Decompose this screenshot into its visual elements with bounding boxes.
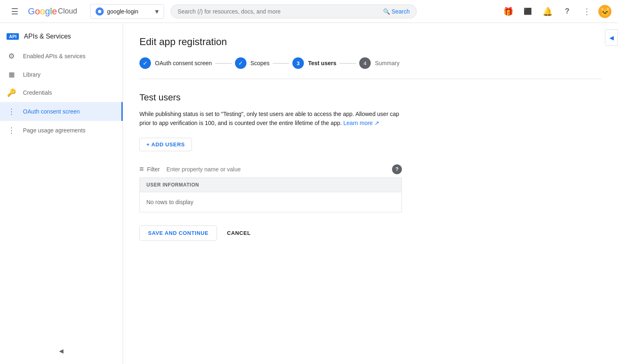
- step-4-circle: 4: [359, 57, 371, 69]
- step-scopes: ✓ Scopes: [235, 57, 270, 69]
- table-empty-message: No rows to display: [140, 192, 401, 212]
- project-selector[interactable]: google-login ▾: [90, 4, 164, 19]
- cloud-text: Cloud: [58, 7, 77, 16]
- stepper: ✓ OAuth consent screen ✓ Scopes 3 Test u…: [139, 57, 602, 79]
- filter-help-button[interactable]: ?: [392, 164, 402, 174]
- section-description: While publishing status is set to "Testi…: [139, 109, 402, 128]
- sidebar-item-page-usage[interactable]: ⋮ Page usage agreements: [0, 121, 123, 140]
- step-4-label: Summary: [375, 60, 399, 66]
- key-icon: 🔑: [7, 88, 16, 97]
- sidebar-item-credentials[interactable]: 🔑 Credentials: [0, 83, 123, 102]
- help-icon: ?: [565, 7, 570, 16]
- filter-input[interactable]: [166, 166, 389, 173]
- sidebar-item-label: Page usage agreements: [23, 127, 86, 134]
- topnav-actions: 🎁 ⬛ 🔔 ? ⋮ 🐱: [500, 3, 611, 20]
- page-title: Edit app registration: [139, 36, 602, 48]
- cancel-button[interactable]: CANCEL: [220, 226, 257, 240]
- add-users-button[interactable]: + ADD USERS: [139, 138, 192, 151]
- step-2-circle: ✓: [235, 57, 246, 69]
- top-navigation: ☰ Google Cloud google-login ▾ 🔍 Search 🎁…: [0, 0, 618, 23]
- terminal-icon: ⬛: [524, 7, 532, 15]
- notifications-button[interactable]: 🔔: [539, 3, 556, 20]
- step-2-label: Scopes: [251, 60, 270, 66]
- section-title: Test users: [139, 92, 602, 103]
- library-icon: ▦: [7, 71, 16, 78]
- step-oauth-consent: ✓ OAuth consent screen: [139, 57, 212, 69]
- checkmark-icon-2: ✓: [238, 60, 243, 66]
- step-3-label: Test users: [308, 60, 336, 66]
- search-input[interactable]: [178, 8, 383, 15]
- step-test-users: 3 Test users: [292, 57, 336, 69]
- help-button[interactable]: ?: [559, 3, 575, 20]
- avatar[interactable]: 🐱: [598, 5, 611, 18]
- filter-bar: ≡ Filter ?: [139, 161, 402, 178]
- menu-button[interactable]: ☰: [7, 3, 23, 20]
- avatar-image: 🐱: [600, 7, 610, 16]
- hamburger-icon: ☰: [11, 7, 18, 16]
- sidebar-item-label: OAuth consent screen: [23, 108, 80, 115]
- project-name: google-login: [107, 8, 155, 15]
- chevron-down-icon: ▾: [155, 7, 159, 16]
- oauth-icon: ⋮: [7, 107, 16, 116]
- gift-button[interactable]: 🎁: [500, 3, 516, 20]
- main-layout: API APIs & Services ⚙ Enabled APIs & ser…: [0, 23, 618, 364]
- step-connector-3: [340, 63, 356, 64]
- step-4-number: 4: [364, 60, 367, 66]
- collapse-right-panel-button[interactable]: ◀: [605, 30, 618, 46]
- step-1-label: OAuth consent screen: [155, 60, 212, 66]
- api-badge: API: [7, 33, 19, 40]
- main-content: Edit app registration ✓ OAuth consent sc…: [123, 23, 618, 364]
- sidebar-item-label: Library: [23, 71, 41, 78]
- sidebar-item-label: Credentials: [23, 89, 52, 96]
- gift-icon: 🎁: [503, 7, 513, 16]
- google-cloud-logo: Google Cloud: [28, 6, 87, 17]
- step-connector-1: [215, 63, 232, 64]
- settings-icon: ⚙: [7, 52, 16, 61]
- more-options-button[interactable]: ⋮: [579, 3, 595, 20]
- step-3-number: 3: [297, 60, 300, 66]
- step-connector-2: [273, 63, 289, 64]
- filter-label: Filter: [147, 166, 160, 173]
- chevron-left-icon: ◀: [59, 348, 64, 354]
- search-bar: 🔍 Search: [171, 5, 417, 18]
- search-button[interactable]: 🔍 Search: [383, 8, 410, 15]
- search-icon: 🔍: [383, 8, 390, 15]
- page-icon: ⋮: [7, 126, 16, 135]
- sidebar-header: API APIs & Services: [0, 30, 123, 43]
- sidebar-title: APIs & Services: [24, 33, 71, 40]
- more-icon: ⋮: [583, 7, 591, 16]
- step-3-circle: 3: [292, 57, 304, 69]
- sidebar-item-label: Enabled APIs & services: [23, 53, 86, 59]
- learn-more-link[interactable]: Learn more ↗: [343, 120, 379, 126]
- action-buttons: SAVE AND CONTINUE CANCEL: [139, 225, 602, 241]
- table-column-header: User information: [140, 178, 401, 192]
- project-icon: [96, 7, 104, 16]
- help-circle-icon: ?: [395, 166, 399, 172]
- filter-icon: ≡: [139, 165, 144, 173]
- collapse-sidebar-button[interactable]: ◀: [0, 344, 123, 357]
- sidebar-bottom: ◀: [0, 344, 123, 357]
- step-1-circle: ✓: [139, 57, 151, 69]
- chevron-left-icon-right: ◀: [609, 34, 614, 41]
- bell-icon: 🔔: [543, 7, 553, 16]
- save-and-continue-button[interactable]: SAVE AND CONTINUE: [139, 225, 217, 241]
- sidebar-item-enabled-apis[interactable]: ⚙ Enabled APIs & services: [0, 47, 123, 66]
- logo-text: Google: [28, 6, 57, 17]
- data-table: User information No rows to display: [139, 178, 402, 212]
- terminal-button[interactable]: ⬛: [520, 3, 536, 20]
- step-summary: 4 Summary: [359, 57, 399, 69]
- sidebar: API APIs & Services ⚙ Enabled APIs & ser…: [0, 23, 123, 364]
- sidebar-item-oauth-consent[interactable]: ⋮ OAuth consent screen: [0, 102, 123, 121]
- checkmark-icon: ✓: [143, 60, 148, 66]
- sidebar-item-library[interactable]: ▦ Library: [0, 66, 123, 83]
